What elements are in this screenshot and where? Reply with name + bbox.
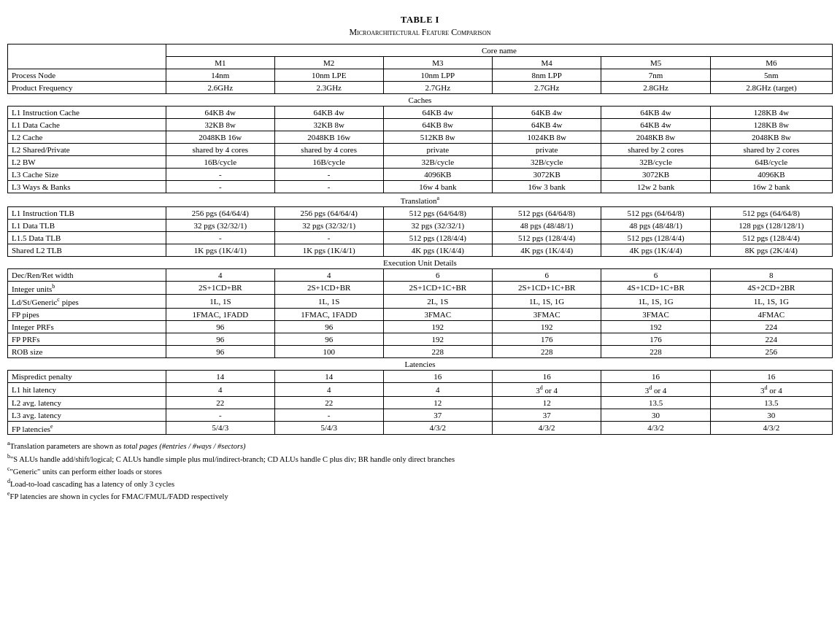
table-title: TABLE I: [7, 15, 833, 26]
integer-prfs-row: Integer PRFs 96 96 192 192 192 224: [8, 320, 833, 333]
col-m6: M6: [710, 57, 832, 69]
l1-dcache-row: L1 Data Cache 32KB 8w 32KB 8w 64KB 8w 64…: [8, 119, 833, 131]
fp-pipes-row: FP pipes 1FMAC, 1FADD 1FMAC, 1FADD 3FMAC…: [8, 308, 833, 320]
l3-size-row: L3 Cache Size - - 4096KB 3072KB 3072KB 4…: [8, 169, 833, 181]
ldst-pipes-row: Ld/St/Genericc pipes 1L, 1S 1L, 1S 2L, 1…: [8, 295, 833, 309]
l2-cache-row: L2 Cache 2048KB 16w 2048KB 16w 512KB 8w …: [8, 131, 833, 144]
l1-icache-row: L1 Instruction Cache 64KB 4w 64KB 4w 64K…: [8, 107, 833, 119]
product-frequency-row: Product Frequency 2.6GHz 2.3GHz 2.7GHz 2…: [8, 82, 833, 94]
table-subtitle: Microarchitectural Feature Comparison: [7, 27, 833, 38]
l2-avg-latency-row: L2 avg. latency 22 22 12 12 13.5 13.5: [8, 396, 833, 409]
integer-units-row: Integer unitsb 2S+1CD+BR 2S+1CD+BR 2S+1C…: [8, 281, 833, 295]
footnote-a: aTranslation parameters are shown as tot…: [7, 439, 833, 452]
l1-hit-latency-row: L1 hit latency 4 4 4 3d or 4 3d or 4 3d …: [8, 382, 833, 396]
dec-ren-ret-row: Dec/Ren/Ret width 4 4 6 6 6 8: [8, 268, 833, 281]
footnote-b: b"S ALUs handle add/shift/logical; C ALU…: [7, 452, 833, 465]
core-name-header: Core name: [166, 44, 832, 57]
footnote-e: eFP latencies are shown in cycles for FM…: [7, 490, 833, 502]
l1-itlb-row: L1 Instruction TLB 256 pgs (64/64/4) 256…: [8, 206, 833, 219]
col-m4: M4: [493, 57, 601, 69]
execution-section-header: Execution Unit Details: [8, 256, 833, 268]
caches-section-header: Caches: [8, 94, 833, 107]
footnote-d: dLoad-to-load cascading has a latency of…: [7, 477, 833, 490]
latencies-section-header: Latencies: [8, 357, 833, 370]
core-name-row: Core name: [8, 44, 833, 57]
page-container: TABLE I Microarchitectural Feature Compa…: [7, 15, 833, 503]
process-node-row: Process Node 14nm 10nm LPE 10nm LPP 8nm …: [8, 69, 833, 82]
col-m5: M5: [601, 57, 710, 69]
l3-ways-row: L3 Ways & Banks - - 16w 4 bank 16w 3 ban…: [8, 181, 833, 193]
l15-dtlb-row: L1.5 Data TLB - - 512 pgs (128/4/4) 512 …: [8, 231, 833, 244]
footnote-c: c"Generic" units can perform either load…: [7, 465, 833, 477]
fp-prfs-row: FP PRFs 96 96 192 176 176 224: [8, 333, 833, 345]
fp-latencies-row: FP latenciese 5/4/3 5/4/3 4/3/2 4/3/2 4/…: [8, 421, 833, 435]
l2-shared-row: L2 Shared/Private shared by 4 cores shar…: [8, 144, 833, 156]
translation-section-header: Translationa: [8, 193, 833, 207]
col-m3: M3: [383, 57, 492, 69]
footnotes-section: aTranslation parameters are shown as tot…: [7, 439, 833, 502]
l3-avg-latency-row: L3 avg. latency - - 37 37 30 30: [8, 409, 833, 421]
comparison-table: Core name M1 M2 M3 M4 M5 M6 Process Node…: [7, 44, 833, 435]
col-m1: M1: [166, 57, 274, 69]
mispredict-penalty-row: Mispredict penalty 14 14 16 16 16 16: [8, 370, 833, 382]
l1-dtlb-row: L1 Data TLB 32 pgs (32/32/1) 32 pgs (32/…: [8, 219, 833, 231]
l2-bw-row: L2 BW 16B/cycle 16B/cycle 32B/cycle 32B/…: [8, 156, 833, 169]
col-m2: M2: [274, 57, 383, 69]
rob-size-row: ROB size 96 100 228 228 228 256: [8, 345, 833, 357]
l2-tlb-row: Shared L2 TLB 1K pgs (1K/4/1) 1K pgs (1K…: [8, 244, 833, 256]
